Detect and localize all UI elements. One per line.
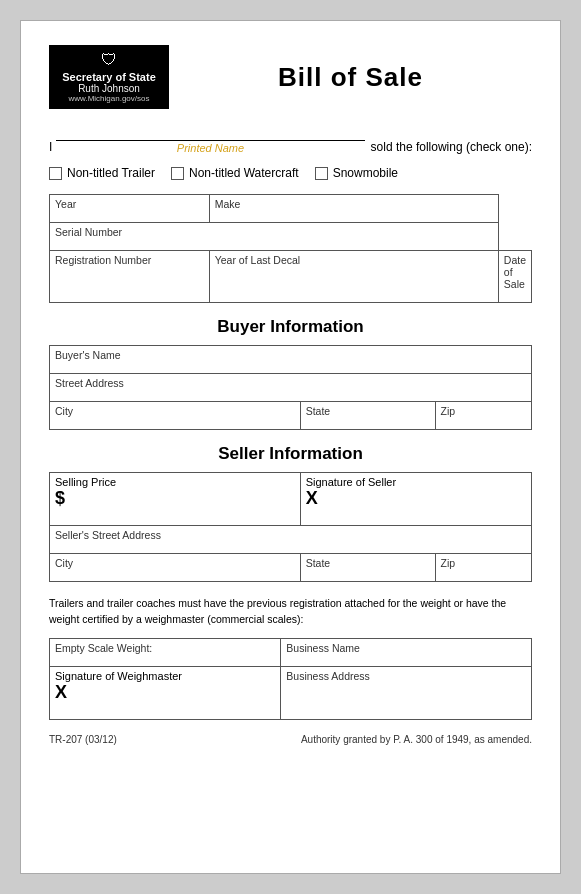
checkbox-label-snowmobile: Snowmobile <box>333 166 398 180</box>
checkbox-label-watercraft: Non-titled Watercraft <box>189 166 299 180</box>
dollar-sign: $ <box>55 488 295 513</box>
year-cell[interactable]: Year <box>50 195 210 223</box>
buyer-state-cell[interactable]: State <box>300 402 435 430</box>
signature-seller-cell[interactable]: Signature of Seller X <box>300 473 531 526</box>
checkbox-box-snowmobile[interactable] <box>315 167 328 180</box>
shield-icon: 🛡 <box>101 51 117 69</box>
year-last-decal-cell[interactable]: Year of Last Decal <box>209 251 498 303</box>
prefix-i: I <box>49 140 52 154</box>
page: 🛡 Secretary of State Ruth Johnson www.Mi… <box>20 20 561 874</box>
trailer-note: Trailers and trailer coaches must have t… <box>49 596 532 628</box>
header: 🛡 Secretary of State Ruth Johnson www.Mi… <box>49 45 532 109</box>
sos-badge: 🛡 Secretary of State Ruth Johnson www.Mi… <box>49 45 169 109</box>
suffix-text: sold the following (check one): <box>371 140 532 154</box>
seller-x-mark: X <box>306 488 526 513</box>
seller-state-cell[interactable]: State <box>300 554 435 582</box>
buyer-section-title: Buyer Information <box>49 317 532 337</box>
buyer-city-cell[interactable]: City <box>50 402 301 430</box>
date-of-sale-cell[interactable]: Date of Sale <box>498 251 531 303</box>
buyer-table: Buyer's Name Street Address City State Z… <box>49 345 532 430</box>
checkbox-non-titled-watercraft[interactable]: Non-titled Watercraft <box>171 166 299 180</box>
sos-name: Ruth Johnson <box>78 83 140 94</box>
sos-title: Secretary of State <box>62 71 156 83</box>
sos-url: www.Michigan.gov/sos <box>69 94 150 103</box>
selling-price-cell[interactable]: Selling Price $ <box>50 473 301 526</box>
buyer-name-cell[interactable]: Buyer's Name <box>50 346 532 374</box>
business-name-cell[interactable]: Business Name <box>281 638 532 666</box>
seller-section-title: Seller Information <box>49 444 532 464</box>
checkbox-snowmobile[interactable]: Snowmobile <box>315 166 398 180</box>
empty-scale-weight-cell[interactable]: Empty Scale Weight: <box>50 638 281 666</box>
checkbox-box-trailer[interactable] <box>49 167 62 180</box>
buyer-street-cell[interactable]: Street Address <box>50 374 532 402</box>
seller-city-cell[interactable]: City <box>50 554 301 582</box>
business-address-cell[interactable]: Business Address <box>281 666 532 719</box>
seller-street-cell[interactable]: Seller's Street Address <box>50 526 532 554</box>
seller-table: Selling Price $ Signature of Seller X Se… <box>49 472 532 582</box>
serial-number-cell[interactable]: Serial Number <box>50 223 499 251</box>
seller-line: I Printed Name sold the following (check… <box>49 127 532 154</box>
name-underline[interactable] <box>56 127 364 141</box>
vehicle-table: Year Make Serial Number Registration Num… <box>49 194 532 303</box>
checkbox-non-titled-trailer[interactable]: Non-titled Trailer <box>49 166 155 180</box>
checkboxes-row: Non-titled Trailer Non-titled Watercraft… <box>49 166 532 180</box>
seller-zip-cell[interactable]: Zip <box>435 554 531 582</box>
printed-name-container: Printed Name <box>56 127 364 154</box>
authority-text: Authority granted by P. A. 300 of 1949, … <box>301 734 532 745</box>
bottom-footer: TR-207 (03/12) Authority granted by P. A… <box>49 734 532 745</box>
page-title: Bill of Sale <box>169 62 532 93</box>
checkbox-box-watercraft[interactable] <box>171 167 184 180</box>
weighmaster-x-mark: X <box>55 682 275 707</box>
make-cell[interactable]: Make <box>209 195 498 223</box>
checkbox-label-trailer: Non-titled Trailer <box>67 166 155 180</box>
printed-name-label: Printed Name <box>177 142 244 154</box>
weight-table: Empty Scale Weight: Business Name Signat… <box>49 638 532 720</box>
form-number: TR-207 (03/12) <box>49 734 117 745</box>
registration-number-cell[interactable]: Registration Number <box>50 251 210 303</box>
weighmaster-signature-cell[interactable]: Signature of Weighmaster X <box>50 666 281 719</box>
buyer-zip-cell[interactable]: Zip <box>435 402 531 430</box>
